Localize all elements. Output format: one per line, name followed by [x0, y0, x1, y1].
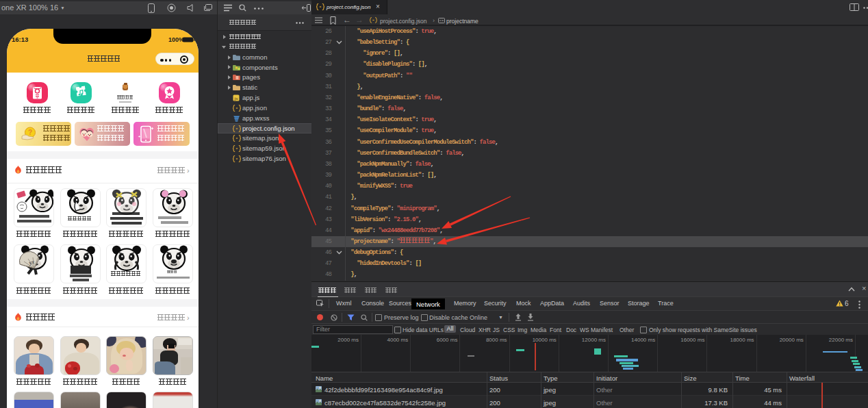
svg-text:js: js — [233, 97, 238, 101]
svg-text:?: ? — [27, 129, 31, 136]
